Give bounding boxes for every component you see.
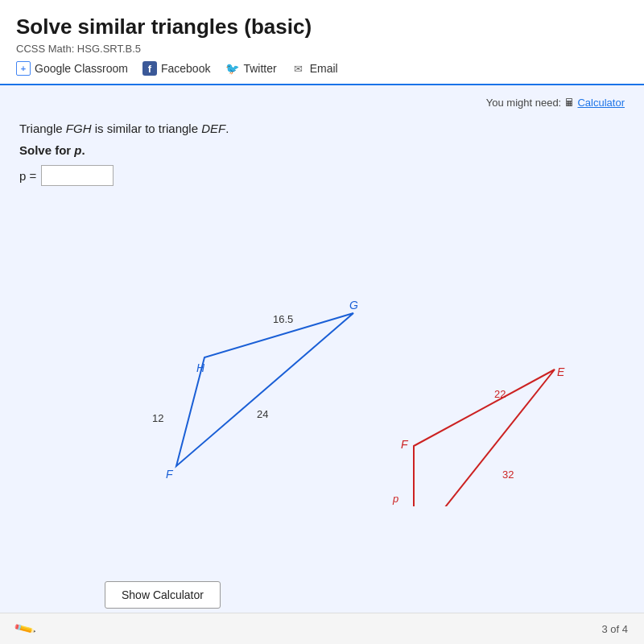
svg-text:32: 32	[502, 469, 514, 481]
facebook-icon: f	[142, 61, 157, 76]
page-wrapper: Solve similar triangles (basic) CCSS Mat…	[0, 0, 644, 644]
problem-text: Triangle FGH is similar to triangle DEF.	[19, 122, 625, 135]
top-bar: Solve similar triangles (basic) CCSS Mat…	[0, 0, 644, 85]
content-area: You might need: 🖩 Calculator Triangle FG…	[0, 85, 644, 633]
ccss-label: CCSS Math: HSG.SRT.B.5	[16, 43, 628, 55]
svg-marker-0	[176, 313, 353, 466]
svg-text:16.5: 16.5	[273, 313, 293, 325]
calculator-hint: You might need: 🖩 Calculator	[19, 97, 625, 109]
answer-input[interactable]	[41, 165, 114, 186]
twitter-icon: 🐦	[225, 61, 239, 76]
svg-text:12: 12	[152, 412, 163, 424]
svg-text:22: 22	[494, 388, 506, 400]
share-bar: + Google Classroom f Facebook 🐦 Twitter …	[16, 61, 628, 84]
input-row: p =	[19, 165, 625, 186]
page-counter: 3 of 4	[601, 623, 628, 635]
svg-text:F: F	[401, 438, 409, 451]
svg-marker-7	[414, 369, 555, 506]
svg-text:G: G	[349, 299, 358, 312]
google-classroom-link[interactable]: + Google Classroom	[16, 61, 128, 76]
twitter-link[interactable]: 🐦 Twitter	[225, 61, 276, 76]
page-title: Solve similar triangles (basic)	[16, 14, 628, 39]
solve-label: Solve for p.	[19, 143, 625, 157]
triangles-svg: H G F 16.5 12 24 E F D 22	[19, 200, 644, 506]
svg-text:p: p	[392, 493, 398, 505]
bottom-bar: ✏️ 3 of 4	[0, 613, 644, 644]
triangles-area: H G F 16.5 12 24 E F D 22	[19, 200, 625, 506]
svg-text:24: 24	[257, 408, 268, 420]
svg-text:H: H	[196, 361, 205, 374]
email-icon: ✉	[291, 61, 306, 76]
calculator-link[interactable]: Calculator	[577, 97, 625, 109]
svg-text:F: F	[166, 468, 174, 481]
show-calculator-button[interactable]: Show Calculator	[105, 581, 221, 609]
svg-text:E: E	[557, 365, 565, 378]
facebook-link[interactable]: f Facebook	[142, 61, 210, 76]
email-link[interactable]: ✉ Email	[291, 61, 338, 76]
google-classroom-icon: +	[16, 61, 31, 76]
pencil-icon: ✏️	[13, 617, 37, 641]
